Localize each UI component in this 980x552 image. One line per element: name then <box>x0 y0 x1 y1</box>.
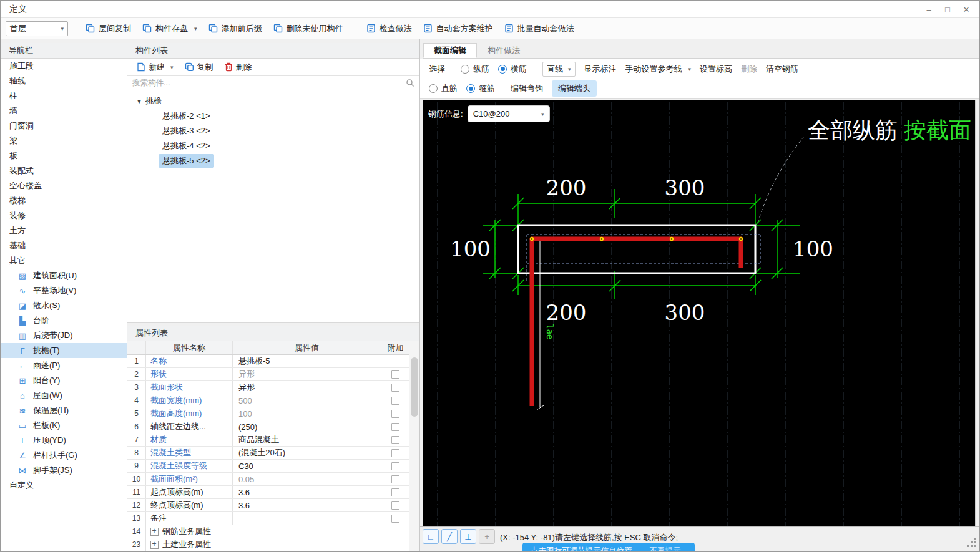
sidebar-item[interactable]: 装修 <box>1 208 127 223</box>
property-row[interactable]: 3 截面形状 异形 <box>127 381 419 394</box>
stirrup-radio[interactable]: 箍筋 <box>466 83 495 94</box>
property-row[interactable]: 6 轴线距左边线... (250) <box>127 420 419 433</box>
select-button[interactable]: 选择 <box>429 64 445 75</box>
toolbar-button[interactable]: 构件存盘 ▾ <box>137 20 203 37</box>
sidebar-item[interactable]: ∠ 栏杆扶手(G) <box>1 448 127 463</box>
cad-canvas[interactable]: 200 300 200 300 100 100 全部纵筋 按截面 lae 钢筋信… <box>423 100 976 528</box>
manual-reference-button[interactable]: 手动设置参考线 ▾ <box>625 64 692 75</box>
rebar-info-select[interactable]: C10@200 ▾ <box>468 105 550 122</box>
set-elevation-button[interactable]: 设置标高 <box>700 64 732 75</box>
toolbar-button[interactable]: 自动套方案维护 <box>418 20 499 37</box>
sidebar-item[interactable]: ⋈ 脚手架(JS) <box>1 463 127 478</box>
property-row[interactable]: 14 钢筋业务属性 <box>127 525 419 538</box>
sidebar-item[interactable]: 自定义 <box>1 478 127 493</box>
property-scrollbar[interactable] <box>409 341 419 551</box>
tab-section-edit[interactable]: 截面编辑 <box>423 43 477 58</box>
canvas-scroll-strip[interactable] <box>975 100 979 528</box>
attach-checkbox[interactable] <box>391 501 399 510</box>
sidebar-item[interactable]: 墙 <box>1 104 127 119</box>
clear-rebar-button[interactable]: 清空钢筋 <box>766 64 798 75</box>
sidebar-item[interactable]: ▙ 台阶 <box>1 313 127 328</box>
delete-button[interactable]: 删除 <box>741 64 757 75</box>
window-control-button[interactable]: – <box>919 1 938 18</box>
sidebar-item[interactable]: ≋ 保温层(H) <box>1 403 127 418</box>
property-row[interactable]: 2 形状 异形 <box>127 368 419 381</box>
attach-checkbox[interactable] <box>391 423 399 431</box>
toolbar-button[interactable]: 添加前后缀 <box>203 20 268 37</box>
attach-checkbox[interactable] <box>391 475 399 483</box>
property-row[interactable]: 23 土建业务属性 <box>127 538 419 551</box>
floor-select[interactable]: 首层 ▾ <box>6 21 68 36</box>
sidebar-item[interactable]: ⌐ 雨蓬(P) <box>1 358 127 373</box>
radio-selected-icon[interactable] <box>498 65 507 74</box>
expand-icon[interactable] <box>150 541 159 549</box>
edit-hook-button[interactable]: 编辑弯钩 <box>511 83 543 94</box>
toolbar-button[interactable]: 批量自动套做法 <box>499 20 580 37</box>
radio-icon[interactable] <box>461 65 469 74</box>
attach-checkbox[interactable] <box>391 449 399 457</box>
radio-selected-icon[interactable] <box>466 84 475 93</box>
component-item[interactable]: 悬挑板-4 <2> <box>127 138 419 153</box>
edit-end-button[interactable]: 编辑端头 <box>552 80 597 97</box>
longitudinal-radio[interactable]: 纵筋 <box>461 64 489 75</box>
copy-component-button[interactable]: 复制 <box>180 60 218 75</box>
sidebar-item[interactable]: 楼梯 <box>1 193 127 208</box>
sidebar-item[interactable]: ▭ 栏板(K) <box>1 418 127 433</box>
property-row[interactable]: 7 材质 商品混凝土 <box>127 433 419 447</box>
sidebar-item[interactable]: 基础 <box>1 238 127 253</box>
search-icon[interactable] <box>406 79 414 87</box>
attach-checkbox[interactable] <box>391 397 399 405</box>
sidebar-item[interactable]: 柱 <box>1 89 127 104</box>
window-control-button[interactable]: □ <box>938 1 957 18</box>
component-item[interactable]: 悬挑板-2 <1> <box>127 109 419 123</box>
property-row[interactable]: 11 起点顶标高(m) 3.6 <box>127 486 419 499</box>
sidebar-item[interactable]: 装配式 <box>1 163 127 178</box>
radio-icon[interactable] <box>429 84 438 93</box>
component-item[interactable]: 悬挑板-3 <2> <box>127 123 419 138</box>
attach-checkbox[interactable] <box>391 488 399 496</box>
scrollbar-thumb[interactable] <box>411 357 418 417</box>
sidebar-item[interactable]: ∿ 平整场地(V) <box>1 283 127 298</box>
property-row[interactable]: 10 截面面积(m²) 0.05 <box>127 473 419 486</box>
tree-group-row[interactable]: ▼ 挑檐 <box>127 94 419 109</box>
sidebar-item[interactable]: 土方 <box>1 223 127 238</box>
status-tool-button[interactable]: ╱ <box>441 529 458 544</box>
sidebar-item[interactable]: ⌂ 屋面(W) <box>1 388 127 403</box>
attach-checkbox[interactable] <box>391 436 399 444</box>
sidebar-item[interactable]: Γ 挑檐(T) <box>1 343 127 358</box>
toolbar-button[interactable]: 删除未使用构件 <box>268 20 349 37</box>
property-row[interactable]: 12 终点顶标高(m) 3.6 <box>127 499 419 512</box>
tree-collapse-icon[interactable]: ▼ <box>136 98 142 105</box>
attach-checkbox[interactable] <box>391 515 399 523</box>
sidebar-item[interactable]: 施工段 <box>1 59 127 74</box>
attach-checkbox[interactable] <box>391 370 399 379</box>
attach-checkbox[interactable] <box>391 384 399 392</box>
property-row[interactable]: 5 截面高度(mm) 100 <box>127 407 419 420</box>
line-tool-button[interactable]: 直线 ▾ <box>542 62 576 77</box>
expand-icon[interactable] <box>150 528 159 536</box>
toast-dismiss-button[interactable]: 不再提示 <box>650 546 681 552</box>
attach-checkbox[interactable] <box>391 462 399 470</box>
property-row[interactable]: 9 混凝土强度等级 C30 <box>127 460 419 473</box>
sidebar-item[interactable]: ▥ 后浇带(JD) <box>1 328 127 343</box>
property-row[interactable]: 8 混凝土类型 (混凝土20石) <box>127 447 419 460</box>
sidebar-item[interactable]: 板 <box>1 148 127 163</box>
new-component-button[interactable]: 新建 ▾ <box>132 60 178 75</box>
toolbar-button[interactable]: 层间复制 <box>80 20 137 37</box>
sidebar-item[interactable]: 轴线 <box>1 74 127 89</box>
resize-grip-icon[interactable] <box>967 538 977 548</box>
sidebar-item[interactable]: ◪ 散水(S) <box>1 298 127 313</box>
sidebar-item[interactable]: 门窗洞 <box>1 119 127 133</box>
component-item[interactable]: 悬挑板-5 <2> <box>127 153 419 168</box>
sidebar-item[interactable]: ▨ 建筑面积(U) <box>1 268 127 283</box>
property-row[interactable]: 1 名称 悬挑板-5 <box>127 355 419 368</box>
tab-component-method[interactable]: 构件做法 <box>477 43 531 58</box>
property-row[interactable]: 13 备注 <box>127 512 419 525</box>
sidebar-item[interactable]: ⊞ 阳台(Y) <box>1 373 127 388</box>
search-input[interactable] <box>132 79 406 87</box>
attach-checkbox[interactable] <box>391 410 399 418</box>
toolbar-button[interactable]: 检查做法 <box>361 20 418 37</box>
sidebar-item[interactable]: 梁 <box>1 133 127 148</box>
sidebar-item[interactable]: 其它 <box>1 253 127 268</box>
hint-toast[interactable]: 点击图标可调节提示信息位置 不再提示 <box>522 543 695 552</box>
